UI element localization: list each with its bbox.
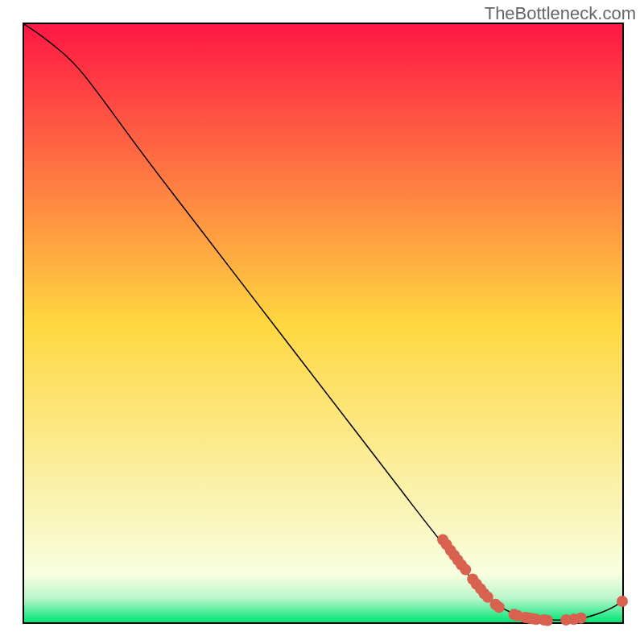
data-point bbox=[617, 596, 628, 607]
data-point bbox=[460, 564, 471, 576]
data-point bbox=[576, 613, 587, 624]
chart-svg bbox=[0, 0, 644, 644]
data-point bbox=[542, 615, 553, 626]
attribution-label: TheBottleneck.com bbox=[485, 3, 636, 24]
data-point bbox=[493, 601, 505, 613]
chart-container: TheBottleneck.com bbox=[0, 0, 644, 644]
